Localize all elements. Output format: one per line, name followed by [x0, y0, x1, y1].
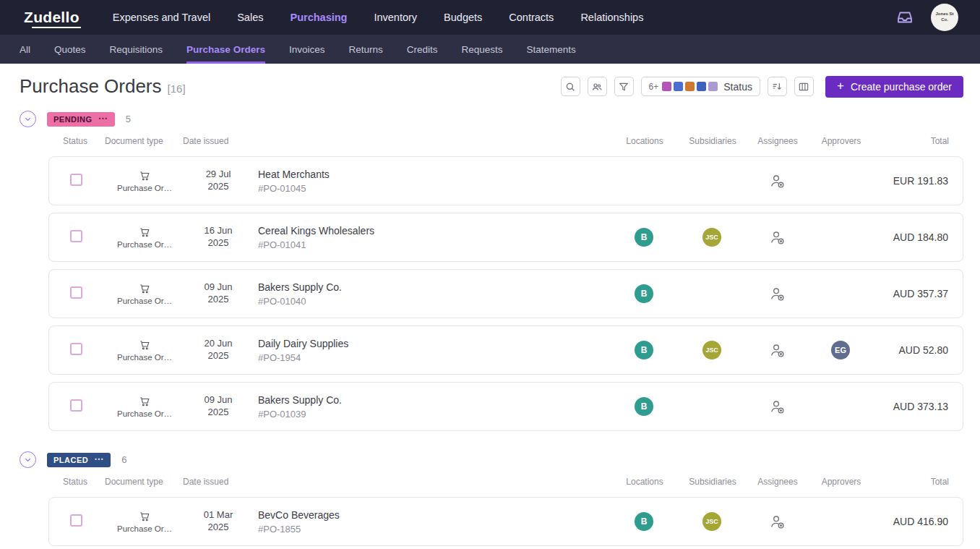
- table-columns-icon: [798, 81, 809, 93]
- tab-quotes[interactable]: Quotes: [54, 35, 86, 64]
- date-line-2: 2025: [208, 522, 229, 534]
- shopping-cart-icon: [139, 283, 150, 294]
- assignees-cell: [746, 171, 808, 190]
- status-color-swatches: [662, 82, 718, 91]
- user-avatar[interactable]: Jones St Co.: [931, 4, 958, 31]
- tab-all[interactable]: All: [20, 35, 30, 64]
- status-filter-count: 6+: [649, 82, 659, 92]
- tab-invoices[interactable]: Invoices: [289, 35, 325, 64]
- brand-logo[interactable]: Zudello: [24, 9, 79, 26]
- location-badge: B: [635, 512, 653, 531]
- group-status-badge[interactable]: PENDING ⋯: [47, 112, 115, 127]
- inbox-icon[interactable]: [896, 9, 914, 26]
- status-filter-label: Status: [723, 81, 752, 93]
- person-plus-icon: [768, 398, 786, 415]
- row-checkbox[interactable]: [70, 230, 82, 242]
- add-assignee-button[interactable]: [768, 397, 786, 416]
- group-status-badge[interactable]: PLACED ⋯: [47, 453, 111, 467]
- group-menu-dots[interactable]: ⋯: [98, 116, 108, 122]
- document-type-cell: Purchase Or…: [106, 170, 184, 192]
- nav-item-sales[interactable]: Sales: [237, 12, 263, 23]
- purchase-order-row[interactable]: Purchase Or… 09 Jun 2025 Bakers Supply C…: [48, 269, 963, 318]
- team-filter-button[interactable]: [588, 77, 607, 96]
- document-type-cell: Purchase Or…: [106, 396, 184, 418]
- tab-requests[interactable]: Requests: [461, 35, 502, 64]
- table-header-row: StatusDocument typeDate issuedLocationsS…: [48, 477, 963, 487]
- locations-cell: [610, 171, 678, 190]
- date-line-1: 09 Jun: [204, 394, 232, 407]
- tab-requisitions[interactable]: Requisitions: [110, 35, 163, 64]
- column-header: Total: [874, 477, 949, 487]
- row-checkbox[interactable]: [70, 399, 82, 412]
- add-assignee-button[interactable]: [768, 341, 786, 359]
- supplier-cell: BevCo Beverages #PO-1855: [253, 509, 610, 535]
- column-header: Assignees: [747, 477, 809, 487]
- group-count: 5: [126, 114, 131, 124]
- group-collapse-button[interactable]: [20, 111, 36, 127]
- subsidiary-badge: JSC: [702, 341, 721, 359]
- subsidiaries-cell: [678, 284, 746, 303]
- nav-item-relationships[interactable]: Relationships: [580, 12, 643, 23]
- date-issued-cell: 29 Jul 2025: [184, 169, 253, 193]
- row-checkbox[interactable]: [70, 343, 82, 355]
- group-header: PLACED ⋯ 6: [20, 451, 963, 468]
- nav-item-contracts[interactable]: Contracts: [509, 12, 554, 23]
- chevron-down-icon: [23, 114, 33, 124]
- record-count: [16]: [168, 82, 186, 95]
- purchase-order-row[interactable]: Purchase Or… 20 Jun 2025 Daily Dairy Sup…: [48, 325, 963, 375]
- document-type-cell: Purchase Or…: [106, 339, 184, 362]
- purchase-order-row[interactable]: Purchase Or… 01 Mar 2025 BevCo Beverages…: [48, 497, 963, 546]
- status-color-swatch: [662, 82, 671, 91]
- row-checkbox[interactable]: [70, 174, 82, 186]
- column-header: Status: [63, 477, 105, 487]
- date-line-1: 16 Jun: [204, 225, 232, 237]
- add-assignee-button[interactable]: [768, 512, 786, 531]
- add-assignee-button[interactable]: [768, 171, 786, 190]
- tab-statements[interactable]: Statements: [527, 35, 576, 64]
- total-amount: AUD 357.37: [893, 288, 948, 299]
- purchase-order-row[interactable]: Purchase Or… 29 Jul 2025 Heat Merchants …: [48, 156, 963, 205]
- total-amount: AUD 416.90: [893, 516, 948, 527]
- sub-navigation: All Quotes Requisitions Purchase Orders …: [0, 35, 980, 64]
- nav-item-expenses-and-travel[interactable]: Expenses and Travel: [113, 12, 210, 23]
- create-purchase-order-button[interactable]: + Create purchase order: [825, 76, 963, 98]
- row-checkbox[interactable]: [70, 514, 82, 527]
- group-count: 6: [121, 454, 126, 465]
- nav-item-inventory[interactable]: Inventory: [374, 12, 417, 23]
- column-header: Total: [874, 136, 949, 146]
- filter-button[interactable]: [614, 77, 634, 96]
- add-assignee-button[interactable]: [768, 228, 786, 247]
- row-checkbox[interactable]: [70, 286, 82, 299]
- topnav-right: Jones St Co.: [896, 4, 968, 31]
- create-purchase-order-label: Create purchase order: [851, 81, 952, 93]
- sort-button[interactable]: [768, 77, 787, 96]
- status-cell: [64, 514, 106, 529]
- add-assignee-button[interactable]: [768, 284, 786, 303]
- page-header: Purchase Orders[16] 6+ Status: [20, 75, 963, 98]
- po-number: #PO-1954: [258, 352, 610, 363]
- status-group: PENDING ⋯ 5 StatusDocument typeDate issu…: [20, 111, 963, 431]
- status-filter-chip[interactable]: 6+ Status: [641, 77, 760, 96]
- document-type-cell: Purchase Or…: [106, 283, 184, 305]
- purchase-order-row[interactable]: Purchase Or… 09 Jun 2025 Bakers Supply C…: [48, 382, 963, 431]
- locations-cell: B: [610, 284, 678, 303]
- plus-icon: +: [837, 79, 844, 93]
- total-cell: AUD 416.90: [873, 516, 948, 527]
- column-header: Approvers: [809, 477, 874, 487]
- search-button[interactable]: [561, 77, 580, 96]
- nav-item-budgets[interactable]: Budgets: [444, 12, 482, 23]
- purchase-order-row[interactable]: Purchase Or… 16 Jun 2025 Cereal Kings Wh…: [48, 213, 963, 262]
- columns-button[interactable]: [794, 77, 814, 96]
- column-header: Date issued: [183, 477, 252, 487]
- group-collapse-button[interactable]: [20, 451, 36, 468]
- po-number: #PO-01041: [258, 239, 610, 250]
- subsidiary-badge: JSC: [702, 228, 721, 247]
- tab-purchase-orders[interactable]: Purchase Orders: [186, 35, 265, 64]
- tab-returns[interactable]: Returns: [348, 35, 382, 64]
- po-number: #PO-01040: [258, 296, 610, 307]
- tab-credits[interactable]: Credits: [407, 35, 438, 64]
- document-type-label: Purchase Or…: [117, 524, 172, 533]
- group-menu-dots[interactable]: ⋯: [94, 457, 104, 462]
- nav-item-purchasing[interactable]: Purchasing: [290, 12, 347, 23]
- assignees-cell: [746, 512, 808, 531]
